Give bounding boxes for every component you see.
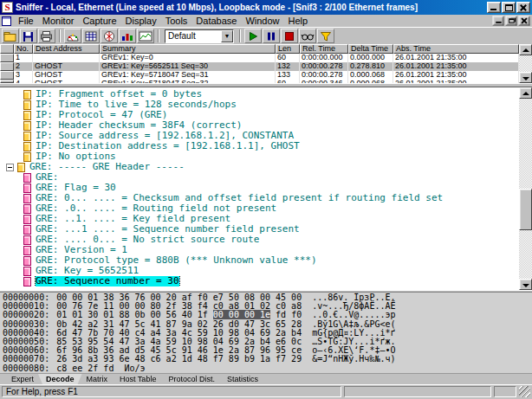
tab-host-table[interactable]: Host Table — [112, 374, 164, 384]
table-row[interactable]: 1 GREv1: Key=0 60 0:00:00.000 0.000.000 … — [0, 54, 519, 62]
decode-tree-line[interactable]: GRE: — [0, 172, 519, 183]
bar-chart-button[interactable] — [119, 29, 136, 43]
column-header-dest-address[interactable]: Dest Address — [33, 44, 100, 54]
scroll-down-icon[interactable] — [519, 72, 532, 83]
dashboard-button[interactable] — [64, 29, 81, 43]
tab-protocol-dist[interactable]: Protocol Dist. — [160, 374, 223, 384]
capture-stop-icon — [282, 30, 296, 42]
table-row[interactable]: 3 GHOST GREv1: Key=5718047 Seq=31 133 0:… — [0, 71, 519, 80]
row-selector[interactable] — [0, 71, 14, 80]
matrix-button[interactable] — [101, 29, 118, 43]
row-selector[interactable] — [0, 62, 14, 71]
hex-offset: 00000020: — [3, 310, 49, 319]
decode-scrollbar[interactable] — [519, 87, 532, 290]
decode-tree-line[interactable]: GRE: Version = 1 — [0, 245, 519, 255]
toolbar-separator — [239, 29, 241, 42]
history-chart-button[interactable] — [137, 29, 154, 43]
capture-view-button[interactable] — [299, 29, 316, 43]
cell-abs-time: 26.01.2001 21:35:00 — [393, 62, 519, 71]
decode-tree-line[interactable]: IP: Header checksum = 38F4 (correct) — [0, 120, 519, 131]
column-header-rel-time[interactable]: Rel. Time — [300, 44, 348, 54]
scroll-track[interactable] — [519, 55, 532, 72]
close-button[interactable] — [516, 2, 530, 13]
decode-tree-line[interactable]: GRE: 0... .... = Checksum and offset fie… — [0, 193, 519, 203]
decode-tree-line[interactable]: GRE: ..1. .... = Key field present — [0, 214, 519, 224]
cell-no: 2 — [14, 62, 33, 71]
decode-tree-line[interactable]: GRE: Protocol type = 880B (*** Unknown v… — [0, 255, 519, 266]
decode-line-text: IP: No options — [36, 151, 116, 162]
decode-line-text: IP: Source address = [192.168.1.2], CONS… — [36, 131, 294, 141]
open-file-button[interactable] — [2, 29, 19, 43]
decode-line-text: GRE: ----- GRE Header ----- — [29, 162, 185, 172]
scroll-up-icon[interactable] — [519, 44, 532, 55]
menu-display[interactable]: Display — [121, 16, 161, 27]
mdi-close-button[interactable] — [519, 16, 530, 25]
capture-pause-button[interactable] — [263, 29, 280, 43]
menu-window[interactable]: Window — [241, 16, 283, 27]
decode-tree-line[interactable]: IP: Time to live = 128 seconds/hops — [0, 100, 519, 110]
chevron-down-icon[interactable] — [221, 30, 233, 42]
hex-dump-line[interactable]: 00000080:c8 ee 2f fdИо/э — [3, 364, 529, 373]
decode-tree-line[interactable]: GRE: .0.. .... = Routing field not prese… — [0, 203, 519, 214]
resize-grip[interactable] — [519, 386, 530, 397]
menu-file[interactable]: File — [14, 16, 38, 27]
scroll-track[interactable] — [519, 99, 532, 279]
print-button[interactable] — [38, 29, 55, 43]
decode-tree-line[interactable]: GRE: Key = 5652511 — [0, 266, 519, 276]
menu-monitor[interactable]: Monitor — [38, 16, 79, 27]
table-row[interactable]: 2 GHOST GREv1: Key=5652511 Seq=30 132 0:… — [0, 62, 519, 71]
minimize-button[interactable] — [487, 2, 501, 13]
packet-list-scrollbar[interactable] — [519, 44, 532, 83]
hex-offset: 00000080: — [3, 364, 49, 373]
decode-tree-line[interactable]: IP: No options — [0, 151, 519, 162]
status-help-text: For Help, press F1 — [2, 386, 341, 397]
host-table-button[interactable] — [82, 29, 100, 43]
capture-view-icon — [301, 30, 315, 42]
capture-start-button[interactable] — [244, 29, 262, 43]
column-header-abs-time[interactable]: Abs. Time — [393, 44, 519, 54]
view-tabbar: Expert Decode Matrix Host Table Protocol… — [0, 373, 532, 384]
scroll-up-icon[interactable] — [519, 87, 532, 99]
tab-matrix[interactable]: Matrix — [79, 374, 116, 384]
column-header-summary[interactable]: Summary — [100, 44, 276, 54]
hex-ascii: &=Ј“nHЖў.Hч‰№.ч) — [312, 354, 395, 364]
tab-label: Protocol Dist. — [168, 375, 215, 383]
menu-tools[interactable]: Tools — [161, 16, 192, 27]
menu-help[interactable]: Help — [284, 16, 313, 27]
decode-tree-line[interactable]: IP: Source address = [192.168.1.2], CONS… — [0, 131, 519, 141]
menu-capture[interactable]: Capture — [78, 16, 120, 27]
column-header-delta-time[interactable]: Delta Time — [348, 44, 393, 54]
mdi-minimize-button[interactable] — [493, 16, 504, 25]
decode-tree-line[interactable]: IP: Protocol = 47 (GRE) — [0, 110, 519, 120]
define-filter-button[interactable] — [317, 29, 334, 43]
mdi-document-icon[interactable] — [2, 16, 11, 26]
column-header-no[interactable]: No. — [14, 44, 33, 54]
decode-tree-line[interactable]: GRE: .... 0... = No strict source route — [0, 235, 519, 245]
tab-decode[interactable]: Decode — [38, 374, 82, 384]
mdi-restore-button[interactable] — [506, 16, 517, 25]
capture-stop-button[interactable] — [281, 29, 298, 43]
save-button[interactable] — [20, 29, 37, 43]
toolbar-separator — [59, 29, 61, 42]
hex-ascii: ..0.€..V@.....эр — [312, 310, 395, 319]
title-bar[interactable]: Sniffer - Local, Ethernet (Line speed at… — [0, 0, 532, 15]
tab-expert[interactable]: Expert — [3, 374, 42, 384]
decode-tree-line[interactable]: GRE: Flag = 30 — [0, 183, 519, 193]
scroll-down-icon[interactable] — [519, 279, 532, 290]
menu-database[interactable]: Database — [191, 16, 241, 27]
hex-offset: 00000030: — [3, 319, 49, 329]
decode-tree-line[interactable]: IP: Fragment offset = 0 bytes — [0, 89, 519, 100]
tab-statistics[interactable]: Statistics — [219, 374, 266, 384]
decode-tree-line[interactable]: IP: Destination address = [192.168.1.1],… — [0, 141, 519, 151]
decode-tree-line[interactable]: GRE: ----- GRE Header ----- — [0, 162, 519, 172]
maximize-button[interactable] — [502, 2, 516, 13]
row-selector[interactable] — [0, 54, 14, 62]
scroll-thumb[interactable] — [519, 189, 532, 230]
decode-tree-line-selected[interactable]: GRE: Sequence number = 30 — [0, 276, 519, 286]
decode-line-text: GRE: Sequence number = 30 — [36, 276, 179, 286]
collapse-minus-icon[interactable] — [6, 164, 14, 171]
profile-select[interactable]: Default — [165, 29, 234, 43]
gre-field-icon — [23, 235, 31, 245]
column-header-len[interactable]: Len — [276, 44, 300, 54]
decode-tree-line[interactable]: GRE: ...1 .... = Sequence number field p… — [0, 224, 519, 235]
